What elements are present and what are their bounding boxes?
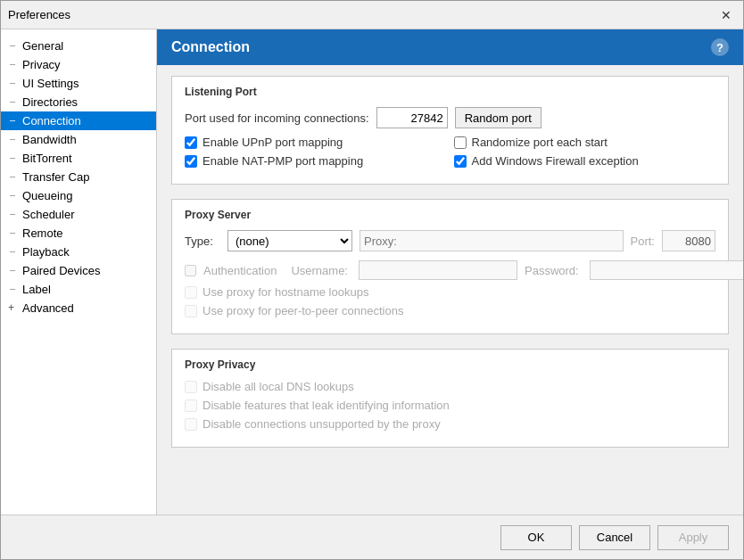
username-label: Username: [291, 264, 348, 277]
peer-checkbox[interactable] [185, 305, 197, 317]
randomize-checkbox[interactable] [454, 136, 467, 149]
sidebar-item-directories[interactable]: Directories [1, 93, 156, 111]
checkbox-grid: Enable UPnP port mapping Randomize port … [185, 136, 715, 173]
peer-row: Use proxy for peer-to-peer connections [185, 304, 715, 317]
password-label: Password: [525, 264, 579, 277]
sidebar-item-privacy[interactable]: Privacy [1, 55, 156, 74]
sidebar-item-playback[interactable]: Playback [1, 243, 156, 261]
proxy-type-label: Type: [185, 235, 220, 248]
identify-checkbox[interactable] [185, 399, 197, 412]
help-icon[interactable]: ? [711, 38, 729, 56]
sidebar-item-ui-settings[interactable]: UI Settings [1, 74, 156, 93]
sidebar-item-advanced[interactable]: Advanced [1, 299, 156, 317]
dialog-body: GeneralPrivacyUI SettingsDirectoriesConn… [1, 29, 743, 515]
proxy-server-title: Proxy Server [185, 209, 715, 221]
identify-row: Disable features that leak identifying i… [185, 399, 715, 412]
upnp-label: Enable UPnP port mapping [203, 136, 343, 149]
proxy-server-section: Proxy Server Type: (none) SOCKS4 SOCKS5 … [171, 199, 729, 334]
proxy-privacy-title: Proxy Privacy [185, 358, 715, 371]
upnp-row: Enable UPnP port mapping [185, 136, 447, 149]
content-inner: Listening Port Port used for incoming co… [157, 65, 743, 473]
auth-label: Authentication [203, 264, 277, 277]
firewall-checkbox[interactable] [454, 155, 467, 168]
sidebar-item-paired-devices[interactable]: Paired Devices [1, 261, 156, 280]
listening-port-section: Listening Port Port used for incoming co… [171, 76, 729, 185]
proxy-port-label: Port: [631, 235, 655, 248]
dns-checkbox[interactable] [185, 381, 197, 393]
dns-row: Disable all local DNS lookups [185, 380, 715, 393]
dialog-footer: OK Cancel Apply [1, 515, 743, 559]
random-port-button[interactable]: Random port [455, 107, 541, 128]
proxy-type-select[interactable]: (none) SOCKS4 SOCKS5 HTTP [227, 230, 352, 251]
natpmp-label: Enable NAT-PMP port mapping [203, 154, 363, 168]
title-bar: Preferences ✕ [1, 1, 743, 29]
natpmp-checkbox[interactable] [185, 155, 197, 168]
sidebar: GeneralPrivacyUI SettingsDirectoriesConn… [1, 29, 157, 515]
randomize-row: Randomize port each start [454, 136, 716, 149]
dns-label: Disable all local DNS lookups [203, 380, 354, 393]
proxy-type-row: Type: (none) SOCKS4 SOCKS5 HTTP Port: [185, 230, 715, 251]
upnp-checkbox[interactable] [185, 136, 197, 149]
sidebar-item-remote[interactable]: Remote [1, 224, 156, 243]
randomize-label: Randomize port each start [472, 136, 608, 149]
proxy-privacy-section: Proxy Privacy Disable all local DNS look… [171, 349, 729, 448]
sidebar-item-bandwidth[interactable]: Bandwidth [1, 130, 156, 149]
close-button[interactable]: ✕ [716, 5, 736, 25]
content-header: Connection ? [157, 29, 743, 65]
sidebar-item-label[interactable]: Label [1, 280, 156, 299]
sidebar-item-transfer-cap[interactable]: Transfer Cap [1, 168, 156, 186]
unsupported-label: Disable connections unsupported by the p… [203, 417, 441, 431]
auth-row: Authentication Username: Password: [185, 260, 715, 280]
sidebar-item-bittorrent[interactable]: BitTorrent [1, 149, 156, 168]
firewall-label: Add Windows Firewall exception [472, 154, 639, 168]
natpmp-row: Enable NAT-PMP port mapping [185, 154, 447, 168]
proxy-port-input[interactable] [662, 230, 715, 251]
peer-label: Use proxy for peer-to-peer connections [203, 304, 403, 317]
content-area: Connection ? Listening Port Port used fo… [157, 29, 743, 515]
auth-checkbox[interactable] [185, 265, 196, 276]
port-input[interactable] [376, 107, 448, 128]
preferences-dialog: Preferences ✕ GeneralPrivacyUI SettingsD… [0, 0, 744, 560]
cancel-button[interactable]: Cancel [579, 525, 650, 550]
dialog-title: Preferences [8, 8, 70, 21]
listening-port-title: Listening Port [185, 86, 715, 98]
sidebar-item-connection[interactable]: Connection [1, 111, 156, 130]
ok-button[interactable]: OK [500, 525, 572, 550]
sidebar-item-scheduler[interactable]: Scheduler [1, 205, 156, 224]
proxy-address-input[interactable] [360, 230, 624, 251]
hostname-label: Use proxy for hostname lookups [203, 285, 368, 299]
section-title: Connection [171, 39, 250, 55]
username-input[interactable] [359, 260, 517, 280]
firewall-row: Add Windows Firewall exception [454, 154, 716, 168]
password-input[interactable] [590, 260, 743, 280]
hostname-checkbox[interactable] [185, 286, 197, 299]
hostname-row: Use proxy for hostname lookups [185, 285, 715, 299]
unsupported-checkbox[interactable] [185, 418, 197, 431]
port-label: Port used for incoming connections: [185, 111, 369, 125]
identify-label: Disable features that leak identifying i… [203, 399, 450, 412]
unsupported-row: Disable connections unsupported by the p… [185, 417, 715, 431]
apply-button[interactable]: Apply [657, 525, 729, 550]
port-field-row: Port used for incoming connections: Rand… [185, 107, 715, 128]
sidebar-item-queueing[interactable]: Queueing [1, 186, 156, 205]
sidebar-item-general[interactable]: General [1, 37, 156, 55]
